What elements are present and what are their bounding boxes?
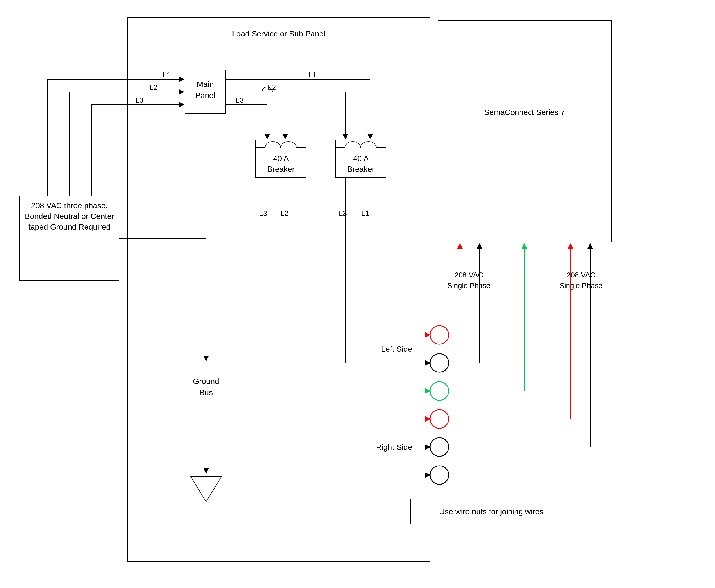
- main-panel-label-1: Main: [197, 80, 214, 88]
- label-L2-mid: L2: [268, 83, 276, 92]
- wire-nut-label: Use wire nuts for joining wires: [439, 507, 544, 516]
- breaker-2-line1: 40 A: [353, 154, 369, 163]
- wire-mp-L3: [225, 105, 267, 139]
- left-side-label: Left Side: [381, 345, 412, 353]
- phase-left-l1: 208 VAC: [454, 271, 483, 279]
- label-L1-in: L1: [163, 71, 171, 79]
- terminal-5-black: [430, 438, 449, 456]
- breaker-1-line1: 40 A: [273, 154, 289, 163]
- terminal-3-green: [430, 382, 449, 400]
- terminal-1-red: [430, 326, 449, 344]
- label-L2-in: L2: [149, 83, 158, 92]
- wire-b1-L2-term4: [285, 178, 430, 419]
- label-b2-L1: L1: [361, 209, 369, 217]
- label-L3-mid: L3: [236, 96, 244, 104]
- sema-title: SemaConnect Series 7: [484, 108, 565, 117]
- terminal-inner: [429, 321, 460, 481]
- phase-left-l2: Single Phase: [447, 281, 490, 290]
- wire-mp-L1: [225, 79, 370, 139]
- wire-b2-L1-term1: [370, 178, 430, 335]
- sema-box: [438, 20, 611, 242]
- panel-title: Load Service or Sub Panel: [232, 29, 325, 38]
- label-L1-mid: L1: [308, 71, 316, 79]
- wiring-diagram: Load Service or Sub Panel 208 VAC three …: [0, 0, 715, 588]
- label-b1-L2: L2: [280, 209, 288, 217]
- wire-b1-L3-term5: [267, 178, 430, 447]
- load-service-panel-box: [127, 18, 430, 561]
- ground-bus-l1: Ground: [193, 377, 219, 386]
- breaker-2-line2: Breaker: [347, 165, 374, 173]
- phase-right-l1: 208 VAC: [567, 271, 595, 279]
- label-b1-L3: L3: [259, 209, 267, 217]
- wire-term2-sema: [449, 244, 479, 363]
- terminal-6-black: [430, 466, 449, 484]
- label-L3-in: L3: [136, 96, 144, 104]
- wire-source-ground: [119, 238, 206, 361]
- wire-term4-sema: [449, 244, 571, 419]
- main-panel-label-2: Panel: [195, 91, 215, 100]
- ground-bus-l2: Bus: [199, 388, 213, 397]
- wire-source-L1: [48, 79, 184, 196]
- source-box-label: 208 VAC three phase, Bonded Neutral or C…: [22, 201, 116, 232]
- ground-symbol-icon: [191, 477, 222, 502]
- terminal-2-black: [430, 354, 449, 372]
- breaker-1-line2: Breaker: [267, 165, 295, 173]
- terminal-4-red: [430, 410, 449, 428]
- wire-source-L3: [91, 105, 184, 196]
- wire-source-L2: [69, 92, 184, 196]
- phase-right-l2: Single Phase: [559, 281, 602, 290]
